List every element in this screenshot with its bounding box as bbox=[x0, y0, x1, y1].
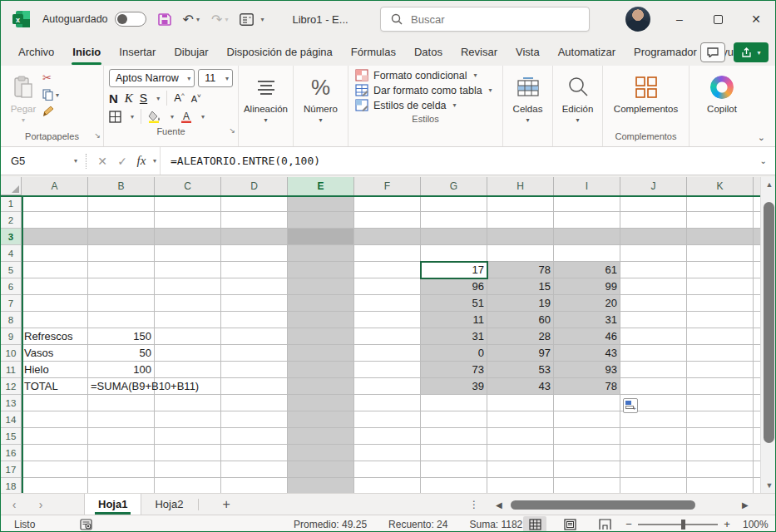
cell-E16[interactable] bbox=[288, 445, 354, 461]
zoom-percentage[interactable]: 100% bbox=[743, 519, 769, 530]
cell-D9[interactable] bbox=[221, 328, 288, 345]
cell-D2[interactable] bbox=[221, 212, 288, 229]
collapse-ribbon-icon[interactable]: ⌄ bbox=[758, 132, 765, 143]
close-button[interactable]: ✕ bbox=[737, 1, 775, 37]
cell-F12[interactable] bbox=[354, 378, 421, 395]
cell-I14[interactable] bbox=[554, 411, 620, 428]
cell-G11[interactable]: 73 bbox=[421, 362, 487, 378]
cell-C10[interactable] bbox=[155, 345, 221, 362]
share-button[interactable]: ▾ bbox=[734, 42, 769, 62]
cell-A7[interactable] bbox=[22, 295, 88, 312]
cell-F16[interactable] bbox=[354, 445, 421, 461]
cell-J5[interactable] bbox=[620, 262, 687, 278]
sheet-tab-hoja2[interactable]: Hoja2 bbox=[141, 494, 196, 515]
cell-B2[interactable] bbox=[88, 212, 155, 229]
row-header-16[interactable]: 16 bbox=[1, 445, 22, 461]
cell-E7[interactable] bbox=[288, 295, 354, 312]
cell-A11[interactable]: Hielo bbox=[22, 362, 88, 378]
cell-J14[interactable] bbox=[620, 411, 687, 428]
sheet-next-icon[interactable]: › bbox=[27, 498, 54, 511]
row-header-15[interactable]: 15 bbox=[1, 428, 22, 445]
add-sheet-button[interactable]: + bbox=[222, 497, 230, 512]
cell-C17[interactable] bbox=[155, 461, 221, 478]
cell-I6[interactable]: 99 bbox=[554, 278, 620, 295]
cell-E11[interactable] bbox=[288, 362, 354, 378]
cell-K3[interactable] bbox=[687, 229, 754, 245]
cell-E6[interactable] bbox=[288, 278, 354, 295]
scroll-up-icon[interactable]: ▲ bbox=[761, 177, 776, 192]
col-header-K[interactable]: K bbox=[687, 177, 754, 195]
cell-I15[interactable] bbox=[554, 428, 620, 445]
horizontal-scroll-thumb[interactable] bbox=[511, 500, 695, 510]
number-format-button[interactable]: % Número ▾ bbox=[297, 70, 344, 146]
cell-J11[interactable] bbox=[620, 362, 687, 378]
cell-J3[interactable] bbox=[620, 229, 687, 245]
cell-G2[interactable] bbox=[421, 212, 487, 229]
cell-G3[interactable] bbox=[421, 229, 487, 245]
tab-formulas[interactable]: Fórmulas bbox=[342, 37, 405, 66]
cell-C2[interactable] bbox=[155, 212, 221, 229]
cell-F4[interactable] bbox=[354, 245, 421, 262]
cell-I18[interactable] bbox=[554, 478, 620, 493]
cell-F1[interactable] bbox=[354, 195, 421, 212]
zoom-slider-thumb[interactable] bbox=[681, 520, 685, 530]
select-all-button[interactable] bbox=[1, 177, 22, 195]
cell-K1[interactable] bbox=[687, 195, 754, 212]
dialog-launcher-icon[interactable]: ↘ bbox=[94, 128, 101, 143]
cell-H1[interactable] bbox=[487, 195, 554, 212]
search-input[interactable] bbox=[411, 13, 552, 26]
cell-H11[interactable]: 53 bbox=[487, 362, 554, 378]
save-button[interactable] bbox=[158, 12, 171, 26]
cell-B17[interactable] bbox=[88, 461, 155, 478]
cell-H15[interactable] bbox=[487, 428, 554, 445]
tab-datos[interactable]: Datos bbox=[405, 37, 452, 66]
cell-D5[interactable] bbox=[221, 262, 288, 278]
format-as-table-button[interactable]: Dar formato como tabla▾ bbox=[355, 84, 496, 96]
font-size-combo[interactable]: 11▾ bbox=[198, 69, 233, 87]
cell-H5[interactable]: 78 bbox=[487, 262, 554, 278]
cell-D8[interactable] bbox=[221, 312, 288, 328]
insert-function-button[interactable]: fx bbox=[132, 154, 151, 168]
cell-styles-button[interactable]: Estilos de celda▾ bbox=[355, 99, 496, 111]
cell-A6[interactable] bbox=[22, 278, 88, 295]
row-header-9[interactable]: 9 bbox=[1, 328, 22, 345]
cell-J15[interactable] bbox=[620, 428, 687, 445]
search-box[interactable] bbox=[380, 7, 590, 32]
col-header-G[interactable]: G bbox=[421, 177, 487, 195]
row-header-8[interactable]: 8 bbox=[1, 312, 22, 328]
cell-F15[interactable] bbox=[354, 428, 421, 445]
chevron-down-icon[interactable]: ▾ bbox=[201, 113, 205, 121]
redo-button[interactable]: ↷▾ bbox=[211, 12, 228, 27]
cell-C9[interactable] bbox=[155, 328, 221, 345]
cell-J16[interactable] bbox=[620, 445, 687, 461]
undo-button[interactable]: ↶▾ bbox=[183, 12, 200, 27]
cell-A12[interactable]: TOTAL bbox=[22, 378, 88, 395]
cell-A15[interactable] bbox=[22, 428, 88, 445]
col-header-B[interactable]: B bbox=[88, 177, 155, 195]
cell-D18[interactable] bbox=[221, 478, 288, 493]
cell-K16[interactable] bbox=[687, 445, 754, 461]
row-header-3[interactable]: 3 bbox=[1, 229, 22, 245]
cell-E4[interactable] bbox=[288, 245, 354, 262]
cell-F13[interactable] bbox=[354, 395, 421, 411]
cell-I12[interactable]: 78 bbox=[554, 378, 620, 395]
cell-A16[interactable] bbox=[22, 445, 88, 461]
copilot-button[interactable]: Copilot bbox=[693, 70, 751, 146]
cell-J4[interactable] bbox=[620, 245, 687, 262]
cell-H10[interactable]: 97 bbox=[487, 345, 554, 362]
col-header-H[interactable]: H bbox=[487, 177, 554, 195]
cell-D3[interactable] bbox=[221, 229, 288, 245]
row-header-5[interactable]: 5 bbox=[1, 262, 22, 278]
row-header-6[interactable]: 6 bbox=[1, 278, 22, 295]
cells-button[interactable]: Celdas ▾ bbox=[507, 70, 549, 146]
row-header-2[interactable]: 2 bbox=[1, 212, 22, 229]
tab-dibujar[interactable]: Dibujar bbox=[165, 37, 217, 66]
cell-A9[interactable]: Refrescos bbox=[22, 328, 88, 345]
user-avatar[interactable] bbox=[625, 7, 650, 32]
excel-app-icon[interactable]: x bbox=[12, 10, 31, 28]
font-color-button[interactable]: A bbox=[180, 111, 192, 123]
cell-F2[interactable] bbox=[354, 212, 421, 229]
cell-G4[interactable] bbox=[421, 245, 487, 262]
cell-F3[interactable] bbox=[354, 229, 421, 245]
col-header-F[interactable]: F bbox=[354, 177, 421, 195]
